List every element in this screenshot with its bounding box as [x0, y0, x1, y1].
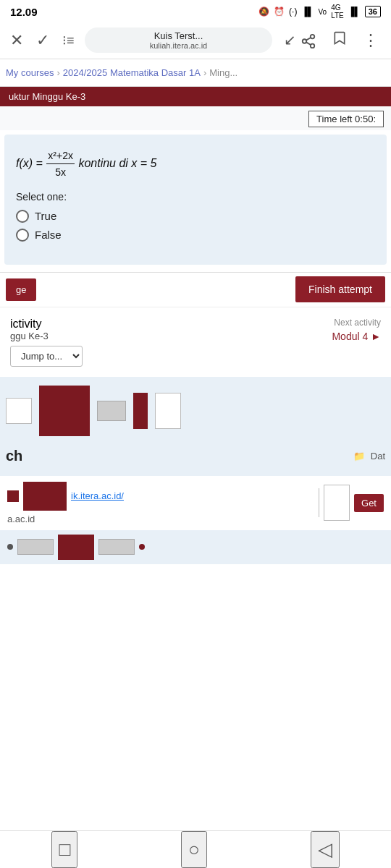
fraction: x²+2x 5x [46, 148, 75, 181]
svg-point-0 [311, 35, 315, 39]
vo-label: Vo [318, 8, 327, 16]
activity-nav-left: ictivity ggu Ke-3 Jump to... [10, 318, 83, 367]
breadcrumb-week[interactable]: Ming... [209, 67, 237, 78]
url-bar[interactable]: Kuis Terst... kuliah.itera.ac.id [85, 27, 273, 53]
status-time: 12.09 [10, 6, 38, 18]
timer-label: Time left 0:50: [316, 114, 376, 124]
misc-row [0, 530, 391, 564]
question-rest: kontinu di x = 5 [78, 157, 156, 169]
jump-to-select[interactable]: Jump to... [10, 346, 83, 367]
finish-attempt-button[interactable]: Finish attempt [295, 276, 385, 302]
breadcrumb-course[interactable]: 2024/2025 Matematika Dasar 1A [63, 67, 201, 78]
lte-label: 4GLTE [331, 4, 344, 20]
thumb-5 [155, 393, 181, 429]
back-button[interactable]: ◁ [311, 831, 340, 868]
thumb-3 [97, 401, 126, 421]
question-math: f(x) = x²+2x 5x kontinu di x = 5 [16, 148, 375, 181]
bottom-nav: □ ○ ◁ [0, 830, 391, 868]
tabs-button[interactable]: ⁝≡ [59, 30, 77, 51]
lte-signal-icon: ▐▌ [348, 7, 361, 17]
numerator: x²+2x [46, 148, 75, 164]
thumb-large-dark [23, 482, 67, 511]
svg-point-2 [311, 44, 315, 48]
activity-nav-right: Next activity Modul 4 ► [332, 318, 381, 342]
clock-icon: ⏰ [274, 7, 285, 17]
site-link[interactable]: ik.itera.ac.id/ [71, 490, 124, 501]
option-false[interactable]: False [16, 229, 375, 242]
breadcrumb-sep-2: › [203, 67, 206, 78]
denominator: 5x [54, 164, 67, 180]
select-one-label: Select one: [16, 191, 375, 203]
silent-icon: 🔕 [258, 7, 269, 17]
signal-icon: ▐▌ [301, 7, 314, 17]
url-domain: kuliah.itera.ac.id [150, 41, 208, 50]
question-card: f(x) = x²+2x 5x kontinu di x = 5 Select … [4, 135, 387, 265]
svg-point-1 [303, 39, 307, 43]
url-title: Kuis Terst... [154, 30, 203, 41]
get-button[interactable]: Get [354, 494, 384, 512]
radio-false-label: False [35, 229, 62, 241]
browser-toolbar: ✕ ✓ ⁝≡ Kuis Terst... kuliah.itera.ac.id … [0, 22, 391, 59]
dot-2 [139, 544, 145, 550]
bottom-links: ik.itera.ac.id/ a.ac.id Get [0, 476, 391, 530]
activity-label-left: ictivity [10, 318, 83, 331]
ch-label: ch [6, 445, 22, 467]
option-true[interactable]: True [16, 210, 375, 223]
radio-true-label: True [35, 210, 56, 222]
next-activity-link[interactable]: Modul 4 ► [332, 331, 381, 342]
misc-thumb-3 [98, 539, 135, 555]
svg-line-4 [306, 38, 311, 41]
thumb-1 [6, 398, 32, 424]
fx-label: f(x) = [16, 157, 46, 169]
domain-label: a.ac.id [7, 514, 313, 524]
status-icons: 🔕 ⏰ (·) ▐▌ Vo 4GLTE ▐▌ 36 [258, 4, 381, 20]
forward-button[interactable]: ✓ [33, 28, 52, 53]
svg-line-3 [306, 42, 311, 45]
breadcrumb: My courses › 2024/2025 Matematika Dasar … [0, 59, 391, 87]
home-button[interactable]: □ [51, 831, 77, 868]
timer-bar: Time left 0:50: [0, 106, 391, 130]
activity-nav: ictivity ggu Ke-3 Jump to... Next activi… [0, 307, 391, 377]
dat-label: Dat [371, 451, 385, 461]
breadcrumb-sep-1: › [56, 67, 59, 78]
divider-line [319, 488, 320, 517]
thumb-4 [133, 393, 148, 429]
prev-page-button[interactable]: ge [6, 278, 36, 301]
navigation-row: ge Finish attempt [0, 272, 391, 307]
misc-thumb-1 [17, 539, 54, 555]
timer-box: Time left 0:50: [308, 111, 384, 127]
radio-true-circle[interactable] [16, 210, 29, 223]
hotspot-icon: (·) [289, 7, 297, 17]
thumb-2 [39, 386, 90, 436]
close-button[interactable]: ✕ [7, 28, 26, 53]
thumbnail-grid: ch 📁 Dat [0, 377, 391, 476]
thumb-small-dark [7, 490, 19, 502]
breadcrumb-my-courses[interactable]: My courses [6, 67, 54, 78]
bookmark-button[interactable] [328, 27, 351, 53]
page-subheader: uktur Minggu Ke-3 [0, 87, 391, 106]
next-activity-label: Next activity [332, 318, 381, 328]
folder-icon: 📁 [353, 451, 365, 461]
jump-dropdown: Jump to... [10, 346, 83, 367]
dot-1 [7, 544, 13, 550]
status-bar: 12.09 🔕 ⏰ (·) ▐▌ Vo 4GLTE ▐▌ 36 [0, 0, 391, 22]
course-week-label: ggu Ke-3 [10, 331, 83, 341]
battery-indicator: 36 [365, 6, 381, 17]
circle-button[interactable]: ○ [181, 831, 207, 868]
thumb-right [324, 485, 350, 521]
radio-false-circle[interactable] [16, 229, 29, 242]
menu-button[interactable]: ⋮ [358, 28, 384, 53]
subheader-label: uktur Minggu Ke-3 [9, 91, 85, 102]
misc-thumb-2 [58, 535, 94, 560]
share-button[interactable]: ↙ [279, 28, 321, 52]
